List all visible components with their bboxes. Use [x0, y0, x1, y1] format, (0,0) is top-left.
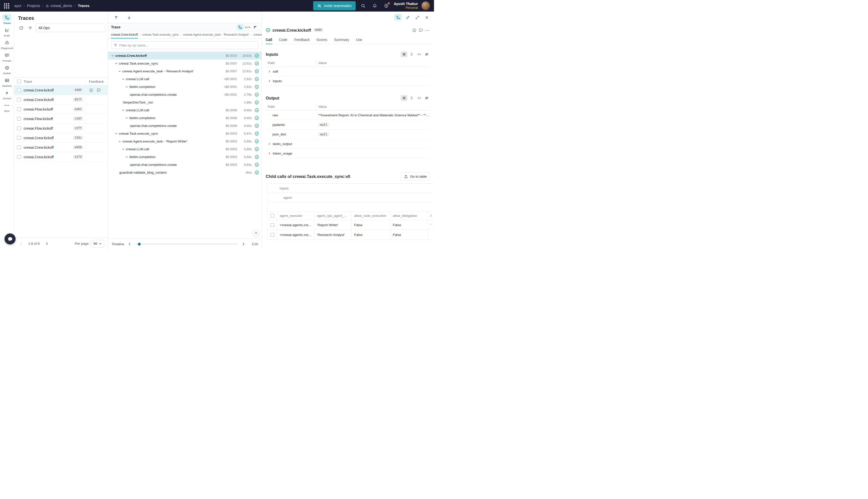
call-id-badge[interactable]: 9d89 — [313, 28, 323, 33]
code-json-icon[interactable] — [416, 95, 422, 101]
tree-view-icon[interactable] — [237, 24, 243, 30]
row-checkbox[interactable] — [17, 155, 21, 159]
trace-tree-row[interactable]: SerperDevTool._run1.66s — [108, 98, 261, 106]
trace-row[interactable]: crewai.Flow.kickoffeab1 — [14, 105, 108, 114]
list-view-icon[interactable] — [400, 95, 407, 101]
timeline-next-icon[interactable] — [240, 241, 246, 247]
child-call-cell-agent_executor[interactable]: <crewai.agents.cre... — [277, 220, 314, 230]
prev-trace-up-icon[interactable] — [112, 14, 120, 21]
timeline-slider[interactable] — [135, 244, 238, 244]
tab-scores[interactable]: Scores — [317, 36, 327, 44]
hide-values-eye-icon[interactable] — [423, 51, 430, 57]
chevron-down-icon[interactable] — [125, 116, 129, 120]
overflow-menu-icon[interactable]: ··· — [425, 28, 430, 32]
trace-path-crumb[interactable]: crewai.Agent.execute_task - 'Research An… — [183, 31, 249, 38]
child-call-cell-agent_ops_agent_nan[interactable]: 'Research Analyst' — [314, 230, 351, 240]
expand-rows-icon[interactable] — [408, 95, 415, 101]
trace-tree-row[interactable]: crewai.Crew.kickoff$0.001019.83s — [108, 52, 261, 60]
chevron-down-icon[interactable] — [121, 77, 125, 81]
trace-tree-row[interactable]: crewai.Agent.execute_task - 'Research An… — [108, 67, 261, 75]
select-all-checkbox[interactable] — [271, 214, 274, 218]
row-checkbox[interactable] — [271, 233, 274, 237]
child-call-cell-agent_executor[interactable]: <crewai.agents.cre... — [277, 230, 314, 240]
expand-rows-icon[interactable] — [408, 51, 415, 57]
chevron-down-icon[interactable] — [117, 69, 122, 73]
breadcrumb-team[interactable]: ayut — [14, 4, 21, 8]
chevron-down-icon[interactable] — [111, 53, 115, 58]
chevron-right-icon[interactable] — [268, 70, 271, 73]
filter-settings-icon[interactable] — [27, 24, 34, 32]
go-to-table-button[interactable]: Go to table — [401, 172, 430, 180]
trace-tree-row[interactable]: crewai.LLM.call$0.00035.85s — [108, 145, 261, 153]
chevron-down-icon[interactable] — [125, 85, 129, 89]
trace-tree-row[interactable]: litellm.completion<$0.00012.82s — [108, 83, 261, 91]
trace-name[interactable]: crewai.Crew.kickoff — [24, 98, 73, 102]
trace-row[interactable]: crewai.Flow.kickoffc59f — [14, 114, 108, 124]
breadcrumb-projects[interactable]: Projects — [27, 4, 40, 8]
close-icon[interactable] — [423, 14, 431, 21]
chevron-right-icon[interactable] — [268, 142, 271, 145]
chat-launcher-button[interactable] — [4, 233, 15, 244]
rail-item-evals[interactable]: Evals — [0, 27, 14, 37]
collapse-panel-button[interactable] — [253, 230, 259, 236]
rail-item-prompts[interactable]: Prompts — [0, 52, 14, 62]
trace-tree-row[interactable]: openai.chat.completions.create<$0.00012.… — [108, 91, 261, 98]
search-icon[interactable] — [359, 2, 367, 10]
trace-tree-row[interactable]: litellm.completion$0.00035.84s — [108, 153, 261, 161]
trace-row[interactable]: crewai.Crew.kickoff9d89 — [14, 85, 108, 95]
trace-tree-row[interactable]: litellm.completion$0.00069.40s — [108, 114, 261, 122]
trace-tree-row[interactable]: crewai.LLM.call<$0.00012.82s — [108, 75, 261, 83]
trace-tree-row[interactable]: openai.chat.completions.create$0.00069.4… — [108, 122, 261, 130]
edit-pencil-icon[interactable] — [404, 14, 411, 21]
child-call-cell-allow_delegation[interactable]: False — [390, 230, 428, 240]
select-all-checkbox[interactable] — [17, 80, 21, 83]
rail-item-scorers[interactable]: #Scorers — [0, 89, 14, 100]
child-call-cell-allow_delegation[interactable]: False — [390, 220, 428, 230]
trace-row[interactable]: crewai.Flow.kickoffc5ff — [14, 124, 108, 133]
rail-item-datasets[interactable]: Datasets — [0, 77, 14, 87]
trace-path-crumb[interactable]: crewai.Task.execute_sync — [142, 31, 178, 38]
chevron-down-icon[interactable] — [125, 155, 129, 159]
timeline-slider-handle[interactable] — [138, 243, 141, 245]
trace-row[interactable]: crewai.Crew.kickoffe058 — [14, 143, 108, 152]
trace-row[interactable]: crewai.Crew.kickoffa17d — [14, 152, 108, 162]
row-checkbox[interactable] — [17, 145, 21, 149]
row-checkbox[interactable] — [17, 98, 21, 101]
notifications-bell-icon[interactable] — [371, 2, 379, 10]
trace-name[interactable]: crewai.Crew.kickoff — [24, 155, 73, 159]
chevron-down-icon[interactable] — [117, 139, 122, 144]
trace-name[interactable]: crewai.Crew.kickoff — [24, 88, 73, 92]
hide-values-eye-icon[interactable] — [423, 95, 430, 101]
op-filter-box[interactable] — [111, 41, 258, 49]
row-checkbox[interactable] — [17, 117, 21, 121]
trace-tree-row[interactable]: crewai.Task.execute_sync$0.000713.92s — [108, 60, 261, 67]
add-reaction-icon[interactable] — [89, 88, 94, 93]
trace-row[interactable]: crewai.Crew.kickoff316c — [14, 133, 108, 143]
child-call-cell-b[interactable] — [428, 230, 434, 240]
trace-path-crumb[interactable]: crewai.LLM.cal — [253, 31, 261, 38]
page-next-icon[interactable] — [44, 241, 50, 247]
wandb-logo-icon[interactable] — [3, 2, 10, 10]
row-checkbox[interactable] — [271, 223, 274, 227]
breadcrumb-project[interactable]: crewai_demo — [46, 4, 72, 8]
tab-code[interactable]: Code — [279, 36, 287, 44]
rail-item-traces[interactable]: Traces — [0, 14, 14, 24]
code-view-icon[interactable]: </> — [244, 24, 251, 30]
split-view-icon[interactable] — [394, 14, 402, 21]
help-icon[interactable] — [382, 2, 390, 10]
fullscreen-icon[interactable] — [413, 14, 421, 21]
trace-path-crumb[interactable]: crewai.Crew.kickoff — [111, 31, 138, 38]
row-checkbox[interactable] — [17, 136, 21, 140]
trace-name[interactable]: crewai.Flow.kickoff — [24, 117, 73, 121]
timeline-prev-icon[interactable] — [127, 241, 133, 247]
row-checkbox[interactable] — [17, 88, 21, 92]
rail-item-models[interactable]: Models — [0, 64, 14, 75]
user-menu[interactable]: Ayush Thakur Personal — [394, 2, 418, 10]
tab-use[interactable]: Use — [356, 36, 362, 44]
trace-name[interactable]: crewai.Crew.kickoff — [24, 145, 73, 149]
trace-tree-row[interactable]: crewai.LLM.call$0.00069.40s — [108, 106, 261, 114]
refresh-icon[interactable] — [17, 24, 25, 32]
rail-item-playground[interactable]: Playground — [0, 39, 14, 49]
chevron-right-icon[interactable] — [268, 152, 271, 155]
tab-call[interactable]: Call — [266, 36, 272, 44]
